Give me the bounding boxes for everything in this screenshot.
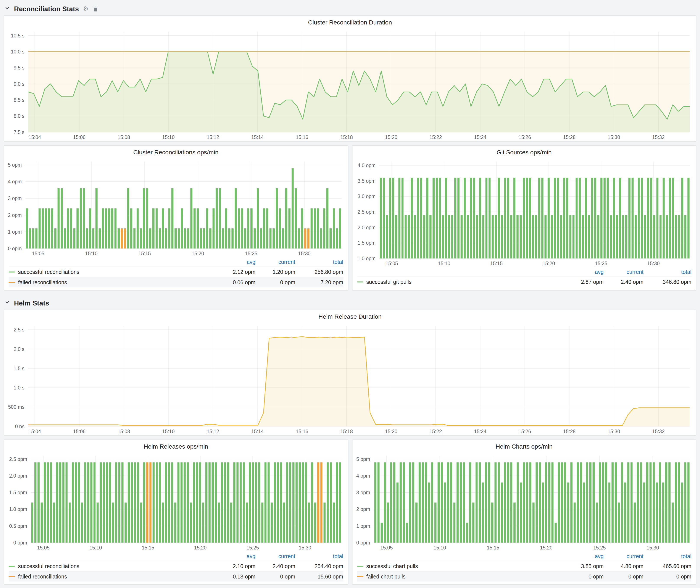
legend-current-value: 1.20 opm	[255, 269, 295, 275]
svg-text:0 opm: 0 opm	[8, 246, 22, 251]
svg-text:15:25: 15:25	[247, 545, 259, 551]
svg-text:15:14: 15:14	[251, 429, 264, 434]
svg-text:1.5 opm: 1.5 opm	[9, 490, 27, 495]
svg-text:15:24: 15:24	[474, 134, 487, 140]
legend-col-current[interactable]: current	[255, 553, 295, 559]
series-swatch	[9, 576, 15, 577]
section-title: Helm Stats	[14, 299, 49, 307]
legend-header: avg current total	[357, 552, 691, 561]
legend-col-avg[interactable]: avg	[564, 553, 604, 559]
legend-col-current[interactable]: current	[255, 259, 295, 265]
legend-col-total[interactable]: total	[295, 553, 343, 559]
panel-title[interactable]: Git Sources ops/min	[352, 146, 696, 157]
legend-avg-value: 2.10 opm	[216, 563, 255, 569]
svg-text:15:15: 15:15	[142, 545, 154, 551]
legend-header: avg current total	[9, 552, 343, 561]
svg-text:15:30: 15:30	[298, 251, 311, 256]
panel-title[interactable]: Helm Charts ops/min	[352, 440, 696, 451]
svg-text:15:20: 15:20	[192, 251, 204, 256]
legend-series-label[interactable]: failed reconciliations	[9, 279, 216, 286]
svg-text:15:10: 15:10	[162, 134, 175, 140]
section-helm-stats[interactable]: Helm Stats	[4, 296, 697, 310]
panel-title[interactable]: Cluster Reconciliations ops/min	[4, 146, 348, 157]
legend-avg-value: 0 opm	[564, 573, 604, 580]
legend-series-label[interactable]: successful chart pulls	[357, 563, 564, 569]
svg-text:15:04: 15:04	[29, 134, 41, 140]
legend: avg current total successful reconciliat…	[4, 552, 348, 584]
panel-title[interactable]: Helm Releases ops/min	[4, 440, 348, 451]
cluster-reconciliations-chart[interactable]: 15:0515:1015:1515:2015:2515:300 opm1 opm…	[4, 157, 348, 257]
svg-text:15:15: 15:15	[490, 261, 503, 266]
svg-text:15:30: 15:30	[299, 545, 311, 551]
svg-text:0.5 opm: 0.5 opm	[9, 523, 27, 529]
svg-text:15:15: 15:15	[487, 545, 499, 551]
legend-col-current[interactable]: current	[604, 269, 644, 275]
gear-icon[interactable]: ⚙	[83, 5, 89, 12]
section-title: Reconciliation Stats	[14, 5, 79, 13]
legend-series-label[interactable]: failed reconciliations	[9, 573, 216, 580]
panel-cluster-reconciliation-duration: Cluster Reconciliation Duration 15:0415:…	[4, 15, 697, 142]
legend-col-avg[interactable]: avg	[564, 269, 604, 275]
legend-row: failed reconciliations 0.13 opm 0 opm 15…	[9, 571, 343, 582]
panel-title[interactable]: Cluster Reconciliation Duration	[4, 16, 696, 27]
panel-title[interactable]: Helm Release Duration	[4, 310, 696, 321]
svg-text:1.0 opm: 1.0 opm	[357, 256, 375, 261]
trash-icon[interactable]	[93, 6, 98, 11]
legend: avg current total successful git pulls 2…	[352, 267, 696, 289]
series-swatch	[9, 566, 15, 567]
git-sources-chart[interactable]: 15:0515:1015:1515:2015:2515:301.0 opm1.5…	[352, 157, 696, 267]
svg-text:2.0 opm: 2.0 opm	[9, 473, 27, 479]
legend-total-value: 7.20 opm	[295, 279, 343, 286]
legend-row: failed reconciliations 0.06 opm 0 opm 7.…	[9, 277, 343, 287]
svg-text:15:05: 15:05	[385, 261, 398, 266]
svg-text:15:04: 15:04	[29, 429, 41, 434]
legend-col-avg[interactable]: avg	[216, 553, 255, 559]
legend-col-total[interactable]: total	[295, 259, 343, 265]
panel-git-sources-opm: Git Sources ops/min 15:0515:1015:1515:20…	[352, 145, 696, 291]
svg-text:15:16: 15:16	[296, 429, 308, 434]
svg-text:15:30: 15:30	[646, 545, 659, 551]
legend-series-label[interactable]: successful git pulls	[357, 279, 564, 285]
svg-text:15:30: 15:30	[608, 429, 620, 434]
legend-current-value: 2.40 opm	[604, 279, 644, 285]
svg-text:8.5 s: 8.5 s	[14, 97, 24, 103]
svg-text:15:10: 15:10	[438, 261, 450, 266]
helm-releases-chart[interactable]: 15:0515:1015:1515:2015:2515:300 opm0.5 o…	[4, 451, 348, 552]
svg-text:15:25: 15:25	[245, 251, 257, 256]
chevron-down-icon	[5, 5, 10, 13]
legend-col-total[interactable]: total	[644, 269, 692, 275]
svg-text:2.5 opm: 2.5 opm	[9, 456, 27, 462]
panel-row: Helm Releases ops/min 15:0515:1015:1515:…	[4, 439, 697, 588]
svg-text:15:26: 15:26	[519, 134, 531, 140]
helm-charts-chart[interactable]: 15:0515:1015:1515:2015:2515:300 opm1 opm…	[352, 451, 696, 552]
legend-col-total[interactable]: total	[644, 553, 692, 559]
legend-current-value: 4.80 opm	[604, 563, 644, 569]
legend-series-label[interactable]: successful reconciliations	[9, 563, 216, 569]
legend-series-label[interactable]: successful reconciliations	[9, 269, 216, 275]
legend-col-avg[interactable]: avg	[216, 259, 255, 265]
cluster-reconciliation-duration-chart[interactable]: 15:0415:0615:0815:1015:1215:1415:1615:18…	[4, 27, 696, 141]
helm-release-duration-chart[interactable]: 15:0415:0615:0815:1015:1215:1415:1615:18…	[4, 321, 696, 435]
svg-text:15:28: 15:28	[563, 134, 576, 140]
svg-text:0 opm: 0 opm	[13, 540, 27, 546]
svg-text:15:32: 15:32	[652, 429, 665, 434]
legend-total-value: 256.80 opm	[295, 269, 343, 275]
svg-text:15:05: 15:05	[37, 545, 50, 551]
svg-text:2 opm: 2 opm	[356, 506, 370, 512]
legend: avg current total successful chart pulls…	[352, 552, 696, 584]
svg-text:3 opm: 3 opm	[8, 195, 22, 201]
svg-text:15:20: 15:20	[542, 261, 555, 266]
section-reconciliation-stats[interactable]: Reconciliation Stats ⚙	[4, 2, 697, 15]
svg-text:15:28: 15:28	[563, 429, 576, 434]
chevron-down-icon	[5, 299, 10, 307]
legend-total-value: 15.60 opm	[295, 573, 343, 580]
legend-col-current[interactable]: current	[604, 553, 644, 559]
svg-text:15:05: 15:05	[32, 251, 44, 256]
svg-text:15:12: 15:12	[207, 134, 219, 140]
svg-text:15:30: 15:30	[647, 261, 660, 266]
svg-text:15:18: 15:18	[340, 134, 353, 140]
legend-total-value: 254.40 opm	[295, 563, 343, 569]
svg-text:15:18: 15:18	[340, 429, 353, 434]
svg-text:15:10: 15:10	[433, 545, 446, 551]
legend-series-label[interactable]: failed chart pulls	[357, 573, 564, 580]
